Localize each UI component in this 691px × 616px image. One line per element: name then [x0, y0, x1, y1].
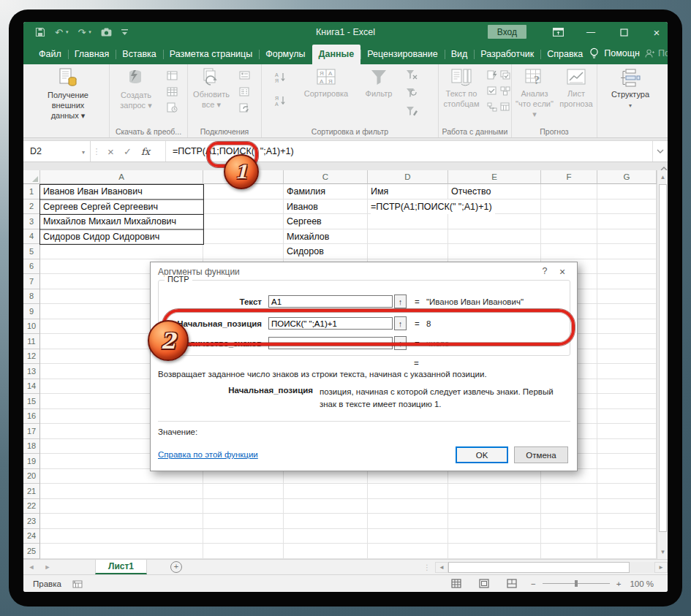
cell-G21[interactable] [597, 484, 657, 499]
cell-F23[interactable] [541, 514, 597, 529]
cell-G19[interactable] [597, 454, 657, 469]
cell-D23[interactable] [368, 514, 448, 529]
cell-F24[interactable] [541, 529, 597, 544]
cell-G10[interactable] [597, 319, 657, 335]
row-header-2[interactable]: 2 [23, 199, 40, 215]
normal-view-icon[interactable] [451, 579, 461, 588]
cell-G17[interactable] [597, 424, 657, 439]
cell-G2[interactable] [597, 199, 657, 215]
cell-G24[interactable] [597, 529, 657, 544]
cell-A5[interactable] [40, 244, 203, 259]
row-header-11[interactable]: 11 [23, 334, 40, 349]
row-header-15[interactable]: 15 [23, 394, 40, 409]
previous-sheet-button[interactable]: ◄ [23, 563, 39, 571]
assistant-label[interactable]: Помощн [604, 48, 640, 58]
scroll-right-button[interactable]: ► [654, 562, 668, 573]
zoom-out-button[interactable]: − [531, 579, 536, 588]
cell-B22[interactable] [203, 499, 284, 514]
row-header-23[interactable]: 23 [23, 514, 40, 529]
cell-G4[interactable] [597, 229, 657, 245]
horizontal-scroll-track[interactable] [630, 562, 654, 573]
cell-G12[interactable] [597, 349, 657, 365]
scroll-up-button[interactable]: ▲ [658, 172, 668, 183]
cell-B21[interactable] [203, 484, 284, 499]
row-header-6[interactable]: 6 [23, 259, 40, 275]
scroll-left-button[interactable]: ◄ [435, 562, 448, 573]
cell-G13[interactable] [597, 364, 657, 379]
maximize-button[interactable] [613, 22, 635, 42]
cell-A24[interactable] [40, 529, 203, 544]
cell-D5[interactable] [368, 244, 448, 259]
row-header-22[interactable]: 22 [23, 499, 40, 514]
cell-G15[interactable] [597, 394, 657, 409]
cell-B3[interactable] [203, 214, 284, 229]
cell-G3[interactable] [597, 214, 657, 229]
ok-button[interactable]: OK [456, 446, 508, 463]
cell-A25[interactable] [40, 544, 203, 559]
cell-C21[interactable] [284, 484, 368, 499]
page-layout-view-icon[interactable] [479, 579, 489, 588]
row-header-3[interactable]: 3 [23, 214, 40, 229]
macro-record-icon[interactable] [72, 579, 83, 588]
share-button[interactable]: Поделиться [645, 48, 668, 58]
zoom-slider-track[interactable] [543, 583, 610, 584]
cancel-button[interactable]: Отмена [514, 446, 568, 463]
cell-G1[interactable] [597, 184, 657, 199]
row-header-9[interactable]: 9 [23, 304, 40, 319]
row-header-16[interactable]: 16 [23, 409, 40, 425]
row-header-4[interactable]: 4 [23, 229, 40, 245]
cell-E24[interactable] [448, 529, 541, 544]
row-header-17[interactable]: 17 [23, 424, 40, 439]
tab-help[interactable]: Справка [540, 45, 589, 64]
cell-E22[interactable] [448, 499, 541, 514]
cell-G18[interactable] [597, 439, 657, 455]
column-header-F[interactable]: F [541, 170, 597, 184]
row-header-21[interactable]: 21 [23, 484, 40, 499]
zoom-level-label[interactable]: 100 % [630, 579, 654, 588]
cell-F25[interactable] [541, 544, 597, 559]
tab-data[interactable]: Данные [312, 45, 361, 64]
cell-B5[interactable] [203, 244, 284, 259]
cancel-entry-button[interactable]: × [102, 145, 119, 158]
dialog-close-button[interactable]: × [556, 266, 568, 278]
row-header-24[interactable]: 24 [23, 529, 40, 544]
tab-formulas[interactable]: Формулы [259, 45, 311, 64]
cell-D22[interactable] [368, 499, 448, 514]
row-header-1[interactable]: 1 [23, 184, 40, 199]
function-help-link[interactable]: Справка по этой функции [158, 450, 258, 459]
cell-D3[interactable] [368, 214, 448, 229]
minimize-button[interactable]: — [580, 22, 602, 42]
vertical-scroll-thumb[interactable] [659, 184, 667, 532]
cell-B4[interactable] [203, 229, 284, 245]
cell-F5[interactable] [541, 244, 597, 259]
tab-page-layout[interactable]: Разметка страницы [163, 45, 259, 64]
cell-G6[interactable] [597, 259, 657, 275]
range-picker-icon[interactable]: ↑ [394, 294, 407, 308]
cell-A21[interactable] [40, 484, 203, 499]
row-header-12[interactable]: 12 [23, 349, 40, 365]
row-header-14[interactable]: 14 [23, 379, 40, 395]
row-header-20[interactable]: 20 [23, 469, 40, 484]
expand-formula-bar-button[interactable] [652, 141, 668, 161]
row-header-7[interactable]: 7 [23, 274, 40, 289]
row-header-8[interactable]: 8 [23, 289, 40, 305]
cell-F22[interactable] [541, 499, 597, 514]
tab-file[interactable]: Файл [32, 45, 68, 64]
scroll-down-button[interactable]: ▼ [658, 547, 668, 558]
ribbon-display-options-button[interactable] [547, 22, 569, 42]
add-sheet-button[interactable]: + [170, 561, 182, 573]
zoom-slider-thumb[interactable] [575, 580, 578, 587]
horizontal-scrollbar[interactable]: ⋮ ◄ ► [423, 560, 668, 574]
column-header-D[interactable]: D [368, 170, 448, 184]
cell-G22[interactable] [597, 499, 657, 514]
cell-G23[interactable] [597, 514, 657, 529]
cell-G11[interactable] [597, 334, 657, 349]
tab-developer[interactable]: Разработчик [474, 45, 540, 64]
text-arg-input[interactable] [268, 295, 393, 308]
cell-G7[interactable] [597, 274, 657, 289]
select-all-corner[interactable] [23, 170, 40, 184]
name-box[interactable]: D2▾ [23, 141, 91, 161]
zoom-in-button[interactable]: + [616, 579, 622, 588]
cell-D21[interactable] [368, 484, 448, 499]
column-header-G[interactable]: G [597, 170, 657, 184]
